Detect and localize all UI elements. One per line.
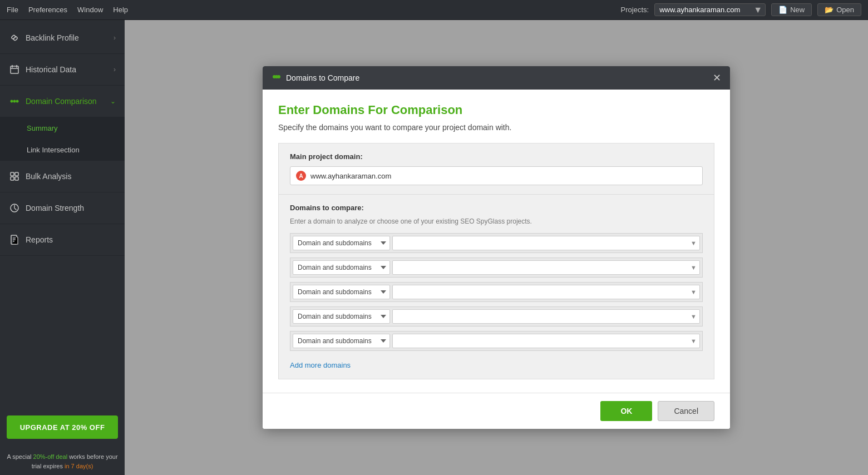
domain-input-wrap-4: ▼ xyxy=(392,309,700,324)
menu-bar: File Preferences Window Help Projects: w… xyxy=(0,0,868,20)
domain-input-2[interactable] xyxy=(392,260,700,275)
header-right: Projects: www.ayhankaraman.com ▼ 📄 New 📂… xyxy=(621,3,861,16)
svg-rect-7 xyxy=(11,172,14,176)
project-domain-value: www.ayhankaraman.com xyxy=(310,172,391,180)
main-domain-display: A www.ayhankaraman.com xyxy=(290,166,703,185)
upgrade-label: UPGRADE AT 20% OFF xyxy=(20,423,105,432)
domain-input-4[interactable] xyxy=(392,309,700,324)
open-folder-icon: 📂 xyxy=(825,6,834,14)
domain-input-wrap-1: ▼ xyxy=(392,236,700,250)
domain-type-select-5[interactable]: Domain and subdomains Domain only URL xyxy=(293,334,390,348)
domain-input-wrap-3: ▼ xyxy=(392,285,700,299)
svg-point-4 xyxy=(11,100,13,103)
domain-type-select-2[interactable]: Domain and subdomains Domain only URL xyxy=(293,260,390,275)
sidebar-sub-item-link-intersection[interactable]: Link Intersection xyxy=(0,139,125,161)
svg-rect-0 xyxy=(11,66,18,73)
upgrade-green-text: 20%-off deal xyxy=(33,453,68,460)
sidebar-label-domain-comparison: Domain Comparison xyxy=(26,97,105,106)
sidebar-sub-item-summary[interactable]: Summary xyxy=(0,117,125,139)
domain-input-wrap-5: ▼ xyxy=(392,334,700,348)
modal-body: Enter Domains For Comparison Specify the… xyxy=(263,90,730,393)
circle-icon xyxy=(9,202,20,214)
modal-header: Domains to Compare ✕ xyxy=(263,66,730,90)
domain-row-5: Domain and subdomains Domain only URL ▼ xyxy=(290,331,703,351)
modal-main-title: Enter Domains For Comparison xyxy=(278,103,714,117)
sidebar-label-backlink-profile: Backlink Profile xyxy=(26,33,108,42)
project-domain-icon: A xyxy=(296,171,306,181)
menu-file[interactable]: File xyxy=(7,6,18,14)
menu-items: File Preferences Window Help xyxy=(7,6,621,14)
new-doc-icon: 📄 xyxy=(778,6,787,14)
sidebar-label-reports: Reports xyxy=(26,235,116,244)
domains-compare-dialog: Domains to Compare ✕ Enter Domains For C… xyxy=(263,66,730,429)
grid-icon xyxy=(9,171,20,182)
sidebar-label-bulk-analysis: Bulk Analysis xyxy=(26,172,116,181)
upgrade-description: A special 20%-off deal works before your… xyxy=(7,452,118,471)
link-icon xyxy=(9,32,20,43)
domain-row-3: Domain and subdomains Domain only URL ▼ xyxy=(290,282,703,302)
modal-subtitle: Specify the domains you want to compare … xyxy=(278,123,714,132)
svg-rect-9 xyxy=(11,177,14,180)
sidebar: Backlink Profile › Historical Data › Dom… xyxy=(0,20,125,475)
svg-rect-8 xyxy=(15,172,18,176)
sidebar-item-domain-strength[interactable]: Domain Strength xyxy=(0,192,125,224)
domain-row-2: Domain and subdomains Domain only URL ▼ xyxy=(290,258,703,278)
main-project-section: Main project domain: A www.ayhankaraman.… xyxy=(278,143,714,195)
domain-input-3[interactable] xyxy=(392,285,700,299)
upgrade-desc-line1: A special xyxy=(7,453,33,460)
domain-row-1: Domain and subdomains Domain only URL ▼ xyxy=(290,233,703,253)
new-button[interactable]: 📄 New xyxy=(771,3,812,16)
menu-help[interactable]: Help xyxy=(113,6,128,14)
main-project-label: Main project domain: xyxy=(290,152,703,161)
svg-rect-10 xyxy=(15,177,18,180)
open-button[interactable]: 📂 Open xyxy=(817,3,861,16)
modal-close-button[interactable]: ✕ xyxy=(713,73,721,83)
domain-input-wrap-2: ▼ xyxy=(392,260,700,275)
sidebar-item-backlink-profile[interactable]: Backlink Profile › xyxy=(0,22,125,54)
sidebar-label-historical-data: Historical Data xyxy=(26,65,108,74)
domain-type-select-1[interactable]: Domain and subdomains Domain only URL xyxy=(293,236,390,250)
sidebar-sub-label-link-intersection: Link Intersection xyxy=(27,146,80,154)
projects-select-wrap: www.ayhankaraman.com ▼ xyxy=(654,3,766,16)
sidebar-sub-label-summary: Summary xyxy=(27,124,58,132)
chevron-right-icon-2: › xyxy=(114,66,116,73)
sidebar-item-reports[interactable]: Reports xyxy=(0,224,125,256)
domain-row-4: Domain and subdomains Domain only URL ▼ xyxy=(290,306,703,326)
svg-point-18 xyxy=(275,75,278,78)
projects-label: Projects: xyxy=(621,6,649,14)
compare-section: Domains to compare: Enter a domain to an… xyxy=(278,195,714,379)
menu-window[interactable]: Window xyxy=(77,6,103,14)
modal-title-row: Domains to Compare xyxy=(272,72,359,84)
dots-icon xyxy=(9,96,20,107)
svg-point-5 xyxy=(13,100,16,103)
chevron-right-icon: › xyxy=(114,34,116,42)
modal-footer: OK Cancel xyxy=(263,393,730,429)
sidebar-item-domain-comparison[interactable]: Domain Comparison ⌄ xyxy=(0,86,125,117)
domain-type-select-4[interactable]: Domain and subdomains Domain only URL xyxy=(293,309,390,324)
cancel-button[interactable]: Cancel xyxy=(658,401,714,421)
modal-header-icon xyxy=(272,72,282,84)
modal-overlay: Domains to Compare ✕ Enter Domains For C… xyxy=(125,20,868,475)
upgrade-orange-text: in 7 day(s) xyxy=(65,463,93,469)
upgrade-banner[interactable]: UPGRADE AT 20% OFF xyxy=(7,415,118,439)
compare-hint: Enter a domain to analyze or choose one … xyxy=(290,217,703,225)
sidebar-item-historical-data[interactable]: Historical Data › xyxy=(0,54,125,86)
domain-type-select-3[interactable]: Domain and subdomains Domain only URL xyxy=(293,285,390,299)
main-layout: Backlink Profile › Historical Data › Dom… xyxy=(0,20,868,475)
add-more-domains-link[interactable]: Add more domains xyxy=(290,361,351,369)
sidebar-label-domain-strength: Domain Strength xyxy=(26,204,116,212)
svg-point-6 xyxy=(16,100,19,103)
sidebar-item-bulk-analysis[interactable]: Bulk Analysis xyxy=(0,161,125,192)
modal-header-title: Domains to Compare xyxy=(286,73,359,82)
projects-dropdown[interactable]: www.ayhankaraman.com xyxy=(654,3,766,16)
content-area: Domains to Compare ✕ Enter Domains For C… xyxy=(125,20,868,475)
menu-preferences[interactable]: Preferences xyxy=(28,6,67,14)
compare-label: Domains to compare: xyxy=(290,204,703,212)
chevron-down-icon: ⌄ xyxy=(110,97,116,105)
domain-input-5[interactable] xyxy=(392,334,700,348)
domain-input-1[interactable] xyxy=(392,236,700,250)
calendar-icon xyxy=(9,64,20,75)
ok-button[interactable]: OK xyxy=(600,401,652,421)
doc-icon xyxy=(9,234,20,245)
